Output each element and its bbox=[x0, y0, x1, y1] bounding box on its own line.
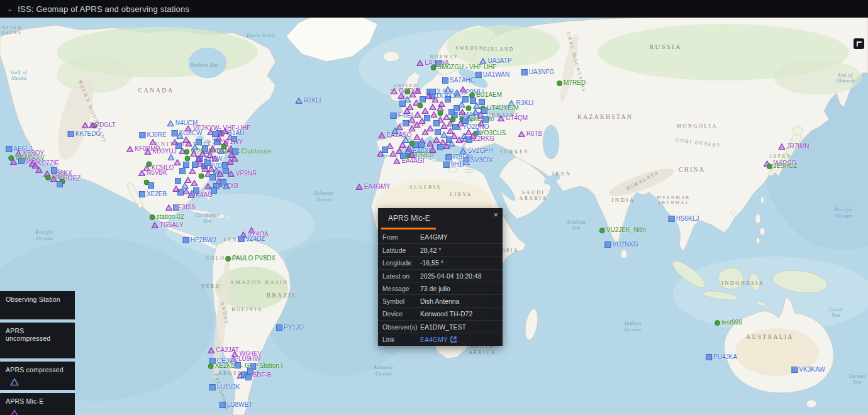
station-marker-lu1vjk[interactable]: LU1VJK bbox=[209, 384, 240, 390]
station-marker[interactable] bbox=[462, 96, 469, 102]
station-marker[interactable] bbox=[212, 155, 219, 162]
station-marker[interactable] bbox=[209, 174, 216, 180]
station-marker[interactable] bbox=[228, 152, 235, 158]
station-marker-hp2bwj[interactable]: HP2BWJ bbox=[183, 237, 216, 243]
station-marker-test999[interactable]: test999 bbox=[715, 319, 742, 326]
station-marker-w7gez[interactable]: W7GEZ bbox=[50, 175, 81, 182]
station-marker-r6tb[interactable]: R6TB bbox=[518, 131, 543, 137]
station-marker[interactable] bbox=[456, 136, 463, 143]
station-marker[interactable] bbox=[420, 96, 426, 102]
station-marker[interactable] bbox=[182, 182, 189, 189]
station-marker-py1jo[interactable]: PY1JO bbox=[276, 324, 304, 331]
station-marker-paulo-pv8dx[interactable]: PAULO PV8DX bbox=[225, 255, 275, 262]
station-marker[interactable] bbox=[179, 168, 186, 174]
station-marker-vp9nr[interactable]: VP9NR bbox=[228, 170, 257, 177]
station-marker[interactable] bbox=[172, 139, 179, 145]
station-marker[interactable] bbox=[235, 362, 241, 368]
station-marker[interactable] bbox=[18, 158, 25, 164]
station-marker[interactable] bbox=[430, 104, 437, 110]
station-marker[interactable] bbox=[183, 162, 189, 168]
station-marker[interactable] bbox=[418, 141, 425, 148]
station-marker[interactable] bbox=[32, 162, 39, 169]
station-marker-vu2nxg[interactable]: VU2NXG bbox=[604, 241, 638, 248]
station-marker-ua1wan[interactable]: UA1WAN bbox=[476, 72, 509, 78]
panel-title[interactable]: ISS: Geomap of APRS and observing statio… bbox=[18, 4, 189, 14]
station-marker[interactable] bbox=[211, 187, 217, 194]
geomap-canvas[interactable]: UNITED STATESGulf of AlaskaCANADADavis S… bbox=[0, 18, 868, 415]
station-marker[interactable] bbox=[448, 140, 455, 147]
station-marker-m7red[interactable]: M7RED bbox=[557, 80, 586, 86]
station-marker[interactable] bbox=[175, 178, 181, 184]
station-marker[interactable] bbox=[216, 135, 223, 141]
station-marker[interactable] bbox=[223, 168, 229, 174]
station-marker-xe3iss[interactable]: XE3ISS bbox=[165, 204, 196, 211]
station-marker-ea4agi[interactable]: EA4AGI bbox=[393, 158, 424, 164]
station-marker[interactable] bbox=[148, 182, 154, 189]
station-marker[interactable] bbox=[173, 185, 180, 192]
station-marker-sm0zgu-vhf-uhf[interactable]: SM0ZGU - VHF UHF bbox=[431, 64, 497, 70]
popup-close-icon[interactable]: × bbox=[493, 211, 498, 219]
attribution-toggle-button[interactable] bbox=[854, 38, 864, 49]
station-marker-lu8wet[interactable]: LU8WET bbox=[220, 402, 253, 408]
station-marker[interactable] bbox=[409, 152, 416, 158]
station-marker[interactable] bbox=[218, 148, 225, 154]
station-marker[interactable] bbox=[199, 174, 204, 179]
station-marker[interactable] bbox=[418, 103, 423, 109]
station-marker[interactable] bbox=[57, 181, 63, 187]
station-marker[interactable] bbox=[196, 139, 202, 145]
station-marker[interactable] bbox=[445, 96, 451, 102]
station-marker[interactable] bbox=[209, 145, 216, 152]
station-marker[interactable] bbox=[465, 115, 472, 121]
station-marker-ea4gmy[interactable]: EA4GMY bbox=[356, 184, 391, 190]
station-marker[interactable] bbox=[424, 115, 430, 121]
station-marker[interactable] bbox=[430, 147, 437, 153]
station-marker[interactable] bbox=[479, 99, 485, 105]
station-marker[interactable] bbox=[223, 183, 230, 189]
station-marker[interactable] bbox=[150, 139, 157, 145]
station-marker-jr7imn[interactable]: JR7IMN bbox=[778, 143, 809, 150]
station-marker[interactable] bbox=[231, 136, 237, 142]
station-marker[interactable] bbox=[189, 168, 196, 174]
station-marker[interactable] bbox=[437, 144, 443, 150]
station-marker[interactable] bbox=[427, 140, 434, 147]
station-marker-je5hcz[interactable]: JE5HCZ bbox=[767, 163, 798, 169]
station-marker[interactable] bbox=[460, 86, 467, 92]
station-link[interactable]: EA4GMY bbox=[420, 336, 457, 343]
station-marker-xe2eb[interactable]: XE2EB bbox=[139, 191, 167, 197]
station-marker-9z4dz[interactable]: 9Z4DZ bbox=[238, 236, 265, 242]
station-marker-hs6klj[interactable]: HS6KLJ bbox=[669, 216, 699, 222]
station-marker[interactable] bbox=[183, 136, 190, 143]
station-marker-w7dglt[interactable]: W7DGLT bbox=[82, 122, 116, 128]
station-marker-ut4qm[interactable]: UT4QM bbox=[498, 115, 528, 121]
station-marker[interactable] bbox=[435, 129, 441, 135]
station-marker[interactable] bbox=[222, 128, 229, 134]
station-marker-ua3nfg[interactable]: UA3NFG bbox=[521, 69, 555, 75]
station-marker[interactable] bbox=[481, 108, 487, 114]
station-marker[interactable] bbox=[438, 111, 443, 116]
station-marker[interactable] bbox=[406, 145, 413, 152]
panel-collapse-chevron-icon[interactable]: ⌄ bbox=[7, 5, 13, 13]
station-marker-r3kli[interactable]: R3KLI bbox=[296, 97, 321, 104]
station-marker-kk7edg[interactable]: KK7EDG bbox=[68, 131, 101, 137]
station-marker[interactable] bbox=[404, 108, 411, 114]
station-marker-pu4jka[interactable]: PU4JKA bbox=[706, 354, 737, 360]
station-marker[interactable] bbox=[174, 159, 181, 165]
station-marker[interactable] bbox=[422, 108, 429, 114]
station-marker[interactable] bbox=[466, 106, 472, 111]
station-marker-station-02[interactable]: station-02 bbox=[150, 214, 184, 220]
station-marker[interactable] bbox=[450, 117, 456, 123]
station-marker[interactable] bbox=[192, 162, 198, 168]
station-marker-it9dbi[interactable]: IT9DBI bbox=[445, 154, 472, 160]
station-marker[interactable] bbox=[392, 128, 399, 134]
station-marker-9h1ff[interactable]: 9H1FF bbox=[443, 162, 470, 168]
station-marker[interactable] bbox=[400, 153, 406, 159]
station-marker[interactable] bbox=[377, 150, 384, 157]
station-marker[interactable] bbox=[147, 162, 152, 167]
station-marker[interactable] bbox=[245, 374, 252, 380]
station-marker[interactable] bbox=[430, 89, 436, 95]
station-marker[interactable] bbox=[409, 141, 415, 147]
station-marker[interactable] bbox=[177, 133, 184, 139]
station-marker[interactable] bbox=[202, 145, 208, 152]
station-marker-n5vbk[interactable]: N5VBK bbox=[138, 170, 167, 176]
station-marker[interactable] bbox=[415, 87, 421, 94]
